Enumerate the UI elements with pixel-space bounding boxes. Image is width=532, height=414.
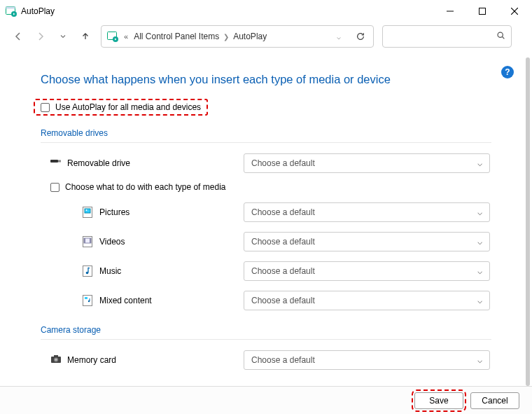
search-icon <box>496 31 505 42</box>
row-videos: Videos Choose a default ⌵ <box>41 231 491 252</box>
svg-rect-12 <box>58 160 61 163</box>
close-button[interactable] <box>498 0 531 22</box>
svg-rect-23 <box>85 297 88 299</box>
chevron-down-icon: ⌵ <box>477 207 482 217</box>
music-icon <box>83 265 94 277</box>
row-pictures: Pictures Choose a default ⌵ <box>41 202 491 223</box>
chevron-down-icon: ⌵ <box>477 237 482 247</box>
section-removable-drives: Removable drives <box>41 128 491 143</box>
removable-drive-label: Removable drive <box>67 158 130 168</box>
svg-rect-20 <box>83 266 92 277</box>
mixed-content-icon <box>83 295 94 306</box>
svg-rect-22 <box>83 296 92 306</box>
autoplay-app-icon <box>6 6 17 17</box>
svg-rect-1 <box>6 7 15 9</box>
choose-each-type-label: Choose what to do with each type of medi… <box>65 182 225 192</box>
up-button[interactable] <box>78 29 92 43</box>
use-autoplay-checkbox-row[interactable]: Use AutoPlay for all media and devices <box>34 99 208 116</box>
memory-card-label: Memory card <box>67 355 116 365</box>
row-mixed-content: Mixed content Choose a default ⌵ <box>41 290 491 311</box>
svg-rect-14 <box>85 209 90 213</box>
videos-label: Videos <box>99 237 125 247</box>
minimize-button[interactable] <box>434 0 466 22</box>
recent-locations-button[interactable] <box>56 29 70 43</box>
removable-drive-select[interactable]: Choose a default ⌵ <box>244 153 490 173</box>
music-select[interactable]: Choose a default ⌵ <box>244 261 490 281</box>
chevron-right-icon[interactable]: ❯ <box>223 33 229 41</box>
svg-point-15 <box>86 209 88 211</box>
svg-rect-19 <box>90 238 91 243</box>
page-heading: Choose what happens when you insert each… <box>41 73 491 86</box>
search-box[interactable] <box>382 25 512 48</box>
breadcrumb-seg-1[interactable]: All Control Panel Items <box>134 32 219 41</box>
chevron-down-icon: ⌵ <box>477 296 482 305</box>
content-area: Choose what happens when you insert each… <box>0 57 532 386</box>
usb-drive-icon <box>50 158 62 169</box>
svg-rect-4 <box>479 8 486 15</box>
window-title: AutoPlay <box>21 6 55 16</box>
videos-icon <box>83 236 94 247</box>
pictures-icon <box>83 207 94 218</box>
row-music: Music Choose a default ⌵ <box>41 261 491 282</box>
save-button[interactable]: Save <box>414 392 463 409</box>
svg-point-21 <box>86 272 89 275</box>
use-autoplay-checkbox[interactable] <box>41 103 50 112</box>
row-memory-card: Memory card Choose a default ⌵ <box>41 350 491 371</box>
choose-each-type-row[interactable]: Choose what to do with each type of medi… <box>41 182 491 192</box>
memory-card-select[interactable]: Choose a default ⌵ <box>244 350 490 370</box>
autoplay-location-icon <box>107 31 118 42</box>
breadcrumb-overflow-icon[interactable]: « <box>124 32 128 41</box>
chevron-down-icon: ⌵ <box>477 355 482 365</box>
section-camera-storage: Camera storage <box>41 325 491 340</box>
pictures-select[interactable]: Choose a default ⌵ <box>244 202 490 222</box>
navigation-bar: « All Control Panel Items ❯ AutoPlay ⌵ <box>0 22 532 50</box>
maximize-button[interactable] <box>466 0 498 22</box>
refresh-button[interactable] <box>354 29 368 43</box>
row-removable-drive: Removable drive Choose a default ⌵ <box>41 153 491 174</box>
cancel-button[interactable]: Cancel <box>470 392 519 409</box>
svg-point-28 <box>55 359 57 361</box>
svg-line-10 <box>503 37 505 39</box>
address-dropdown-icon[interactable]: ⌵ <box>337 33 341 41</box>
svg-rect-26 <box>54 355 58 357</box>
footer-bar: Save Cancel <box>0 386 532 414</box>
forward-button[interactable] <box>34 29 48 43</box>
videos-select[interactable]: Choose a default ⌵ <box>244 232 490 251</box>
back-button[interactable] <box>11 29 25 43</box>
breadcrumb-seg-2[interactable]: AutoPlay <box>233 32 267 41</box>
pictures-label: Pictures <box>99 207 130 217</box>
svg-rect-11 <box>50 160 58 163</box>
svg-point-9 <box>498 32 503 37</box>
control-panel-window: AutoPlay « All C <box>0 0 532 414</box>
music-label: Music <box>99 266 121 276</box>
camera-icon <box>50 354 62 366</box>
titlebar: AutoPlay <box>0 0 532 22</box>
breadcrumb: All Control Panel Items ❯ AutoPlay <box>134 32 331 41</box>
vertical-scrollbar[interactable] <box>526 57 530 386</box>
address-bar[interactable]: « All Control Panel Items ❯ AutoPlay ⌵ <box>101 25 374 48</box>
mixed-content-select[interactable]: Choose a default ⌵ <box>244 291 490 310</box>
chevron-down-icon: ⌵ <box>477 158 482 168</box>
mixed-content-label: Mixed content <box>99 296 152 305</box>
svg-rect-18 <box>84 238 85 243</box>
use-autoplay-label: Use AutoPlay for all media and devices <box>55 102 201 112</box>
choose-each-type-checkbox[interactable] <box>50 183 59 192</box>
chevron-down-icon: ⌵ <box>477 266 482 276</box>
